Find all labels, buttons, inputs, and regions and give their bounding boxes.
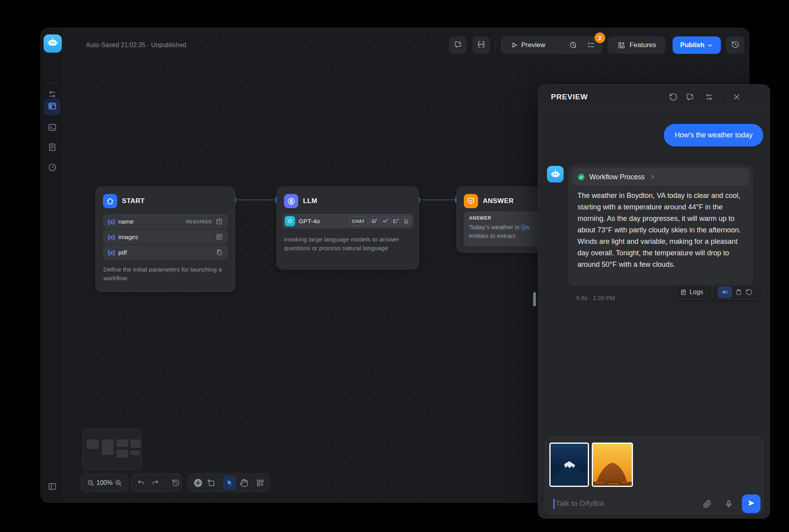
settings-sliders-icon[interactable] [705, 93, 713, 101]
panel-resize-handle[interactable] [533, 292, 536, 306]
monitor-gauge-icon[interactable] [48, 163, 57, 172]
minimap[interactable] [82, 429, 142, 470]
redo-icon[interactable] [151, 479, 159, 487]
node-start-description: Define the initial parameters for launch… [103, 265, 222, 283]
zoom-out-icon[interactable] [87, 479, 95, 487]
vision-icon [370, 217, 379, 226]
bot-avatar [547, 166, 564, 182]
env-icon: ENV [477, 40, 486, 50]
regenerate-icon[interactable] [745, 289, 753, 296]
node-llm[interactable]: LLM GPT-4o CHAT Invoking large language … [276, 186, 419, 270]
start-field-images[interactable]: {x} images [103, 230, 228, 244]
message-actions [712, 285, 759, 300]
workflow-process-label: Workflow Process [589, 173, 645, 181]
preview-panel-header: PREVIEW [538, 85, 770, 109]
env-button[interactable]: ENV [473, 36, 490, 54]
send-button[interactable] [742, 494, 760, 513]
paragraph-type-icon [215, 233, 223, 241]
run-group-divider [562, 41, 562, 49]
features-button[interactable]: Features [608, 36, 666, 54]
minimap-node [102, 439, 114, 455]
preview-button[interactable]: Preview [521, 36, 545, 54]
settings-sliders-icon[interactable] [48, 89, 57, 99]
restart-conversation-icon[interactable] [669, 93, 678, 101]
robot-icon [47, 37, 59, 50]
checklist-icon[interactable] [587, 41, 595, 49]
sidebar-divider [45, 83, 59, 83]
terminal-icon[interactable] [48, 123, 57, 132]
change-history-icon[interactable] [172, 479, 180, 487]
hand-tool-icon[interactable] [240, 479, 248, 487]
node-answer-title: ANSWER [483, 194, 514, 208]
header-divider [720, 93, 720, 101]
field-name: images [118, 234, 138, 241]
node-start[interactable]: START {x} name REQUIRED {x} images {x} p… [95, 186, 235, 292]
start-field-pdf[interactable]: {x} pdf [103, 245, 228, 260]
version-history-button[interactable] [726, 36, 744, 54]
sidebar [41, 28, 64, 502]
logs-icon [680, 289, 687, 296]
audio-icon [380, 217, 389, 226]
zoom-level[interactable]: 100% [97, 479, 113, 486]
checklist-count-badge: 2 [595, 32, 605, 43]
app-logo[interactable] [44, 34, 62, 53]
add-note-icon[interactable] [207, 479, 215, 487]
paperclip-icon[interactable] [703, 500, 712, 508]
node-tools [188, 473, 270, 492]
text-input-type-icon [215, 218, 223, 225]
variable-icon: {x} [108, 234, 115, 240]
organize-nodes-icon[interactable] [256, 479, 265, 487]
user-message-bubble: How's the weather today [664, 124, 763, 146]
openai-icon [285, 216, 295, 226]
variable-token: {{w [521, 224, 530, 230]
minimap-node [116, 439, 128, 447]
annotation-icon[interactable] [686, 93, 694, 101]
collapse-sidebar-icon[interactable] [48, 482, 57, 491]
svg-text:ENV: ENV [479, 43, 484, 46]
model-selector[interactable]: GPT-4o CHAT [282, 214, 413, 228]
chat-input[interactable] [555, 497, 690, 510]
edge-start-llm [235, 200, 276, 200]
toolbar-divider [252, 479, 252, 487]
uploaded-image-fuji[interactable] [549, 443, 589, 487]
minimap-node [87, 439, 99, 449]
required-tag: REQUIRED [186, 219, 212, 224]
chat-mode-badge: CHAT [349, 217, 368, 226]
mic-icon[interactable] [724, 500, 733, 508]
video-icon [391, 217, 400, 226]
chevron-down-icon [707, 42, 713, 49]
check-circle-icon [577, 173, 585, 181]
undo-icon[interactable] [137, 479, 145, 487]
brain-icon [284, 194, 298, 208]
run-history-icon[interactable] [569, 41, 577, 49]
annotation-button[interactable] [449, 36, 467, 54]
publish-label: Publish [680, 41, 704, 49]
preview-title: PREVIEW [551, 85, 588, 109]
minimap-node [130, 450, 140, 455]
workflow-process-toggle[interactable]: Workflow Process [572, 168, 749, 186]
model-capabilities: CHAT [349, 217, 411, 226]
history-controls [131, 473, 182, 492]
copy-icon[interactable] [735, 289, 742, 296]
logs-doc-icon[interactable] [48, 142, 57, 152]
play-icon[interactable] [510, 41, 518, 49]
pointer-tool-active[interactable] [223, 476, 236, 490]
zoom-in-icon[interactable] [114, 479, 122, 487]
publish-button[interactable]: Publish [673, 36, 721, 54]
orchestrate-icon [48, 101, 57, 112]
close-icon[interactable] [732, 93, 741, 101]
features-icon [617, 41, 626, 49]
bot-message-card: Workflow Process The weather in Boydton,… [568, 165, 753, 286]
annotation-icon [454, 40, 462, 50]
files-type-icon [215, 249, 223, 256]
sidebar-item-orchestrate[interactable] [44, 99, 61, 115]
uploaded-image-sunset[interactable] [592, 443, 633, 487]
speaker-button-active[interactable] [718, 286, 732, 298]
run-controls-group: Preview [501, 36, 602, 54]
edge-llm-answer [419, 200, 456, 200]
minimap-node [116, 450, 128, 458]
features-label: Features [629, 41, 656, 49]
logs-button[interactable]: Logs [676, 285, 707, 300]
add-node-icon[interactable] [193, 478, 203, 488]
start-field-name[interactable]: {x} name REQUIRED [103, 214, 228, 229]
